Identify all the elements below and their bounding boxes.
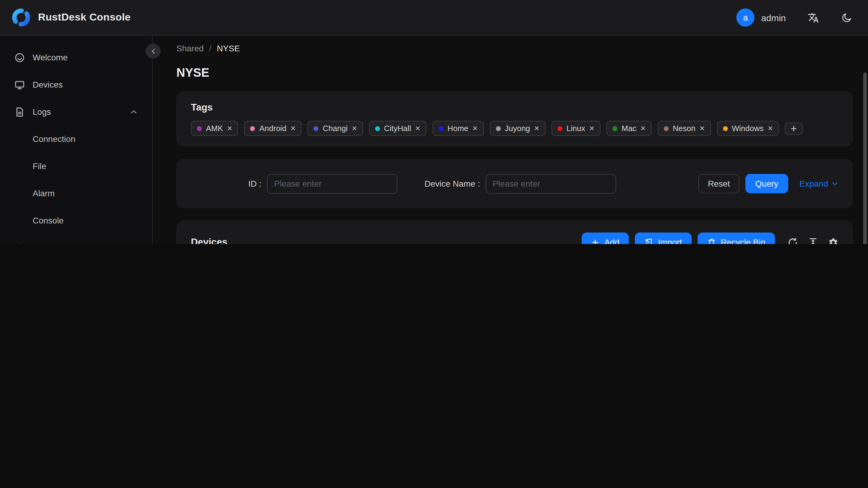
sidebar-collapse-button[interactable] [146,43,161,59]
row-height-icon[interactable] [808,237,818,244]
tag-color-dot [557,126,562,131]
tag-label: Home [447,123,468,133]
sidebar-item-label: Users [33,243,55,244]
filter-card: ID : Device Name : Reset Query Expand [176,159,853,208]
close-icon[interactable]: × [641,124,645,132]
trash-icon [707,238,716,244]
import-button[interactable]: Import [635,233,692,244]
app-window: RustDesk Console a admin Welcome Devices [0,0,868,244]
sidebar-item-alarm[interactable]: Alarm [7,181,145,205]
tag-color-dot [723,126,727,131]
sidebar-item-label: File [33,161,46,171]
expand-link[interactable]: Expand [800,179,838,188]
user-menu[interactable]: a admin [736,8,786,27]
recycle-bin-button-label: Recycle Bin [721,237,765,244]
app-header: RustDesk Console a admin [0,0,868,36]
username: admin [761,12,786,23]
sidebar-item-console[interactable]: Console [7,208,145,233]
sidebar-item-label: Logs [33,107,51,117]
close-icon[interactable]: × [590,124,594,132]
breadcrumb-parent[interactable]: Shared [176,43,204,53]
tag-label: Changi [323,123,348,133]
tag-label: Mac [622,123,637,133]
document-icon [14,106,25,117]
breadcrumb-current: NYSE [217,43,240,53]
tag-label: Windows [732,123,764,133]
reset-button[interactable]: Reset [698,174,740,193]
tag-label: Neson [673,123,695,133]
sidebar-item-devices[interactable]: Devices [7,72,145,97]
sidebar-item-users[interactable]: Users [7,236,145,244]
table-settings-icon[interactable] [828,237,838,244]
page-title: NYSE [176,66,853,80]
close-icon[interactable]: × [290,124,296,132]
refresh-icon[interactable] [788,237,798,244]
sidebar-item-file[interactable]: File [7,154,145,178]
close-icon[interactable]: × [700,124,705,132]
dark-mode-icon[interactable] [841,12,852,23]
chevron-left-icon [150,48,157,55]
breadcrumb-separator: / [209,43,211,53]
chevron-down-icon [831,180,838,187]
close-icon[interactable]: × [227,124,232,132]
close-icon[interactable]: × [768,124,773,132]
close-icon[interactable]: × [352,124,357,132]
sidebar-item-label: Devices [33,80,63,89]
close-icon[interactable]: × [415,124,420,132]
tag-label: AMK [206,123,223,133]
tag-label: Android [259,123,287,133]
main-content: Shared / NYSE NYSE Tags AMK×Android×Chan… [153,36,868,244]
import-icon [645,238,653,244]
tag-color-dot [375,126,380,131]
devices-card-header: Devices Add Import Recycle Bin [191,233,838,244]
close-icon[interactable]: × [473,124,477,132]
tags-card: Tags AMK×Android×Changi×CityHall×Home×Ju… [176,91,853,147]
sidebar-item-connection[interactable]: Connection [7,127,145,151]
breadcrumb: Shared / NYSE [176,43,853,53]
add-tag-button[interactable] [785,122,803,134]
sidebar-item-logs[interactable]: Logs [7,100,145,124]
tags-card-title: Tags [191,102,838,113]
sidebar-item-welcome[interactable]: Welcome [7,45,145,69]
id-filter-label: ID : [248,179,261,188]
tag-color-dot [197,126,202,131]
monitor-icon [14,80,25,90]
device-name-filter-label: Device Name : [425,179,480,188]
tag-chip: Android× [244,121,302,136]
tag-label: Linux [566,123,585,133]
device-name-filter-input[interactable] [485,174,616,193]
tag-chip: Linux× [551,121,600,136]
expand-label: Expand [800,179,828,188]
id-filter-group: ID : [248,174,398,193]
tag-chip: CityHall× [369,121,427,136]
language-icon[interactable] [808,12,819,23]
id-filter-input[interactable] [267,174,398,193]
add-button-label: Add [604,237,619,244]
rustdesk-logo-icon [11,7,31,28]
add-button[interactable]: Add [582,233,629,244]
scrollbar-thumb[interactable] [863,72,867,244]
tag-label: CityHall [384,123,411,133]
close-icon[interactable]: × [534,124,539,132]
tag-chip: Windows× [717,121,779,136]
plus-icon [592,238,599,244]
app-title: RustDesk Console [38,11,131,24]
logs-submenu: Connection File Alarm Console [7,127,145,233]
user-icon [14,243,25,244]
devices-card-title: Devices [191,237,227,244]
tags-list: AMK×Android×Changi×CityHall×Home×Juyong×… [191,121,838,136]
tag-label: Juyong [505,123,530,133]
devices-actions: Add Import Recycle Bin [576,233,838,244]
smiley-icon [14,52,25,62]
query-button[interactable]: Query [746,174,788,193]
plus-icon [790,125,798,132]
filter-actions: Reset Query Expand [698,174,838,193]
tag-chip: Neson× [657,121,711,136]
tag-chip: AMK× [191,121,238,136]
tag-color-dot [496,126,500,131]
tag-color-dot [314,126,319,131]
sidebar-item-label: Alarm [33,188,55,198]
tag-chip: Mac× [607,121,652,136]
recycle-bin-button[interactable]: Recycle Bin [698,233,775,244]
tag-color-dot [613,126,617,131]
